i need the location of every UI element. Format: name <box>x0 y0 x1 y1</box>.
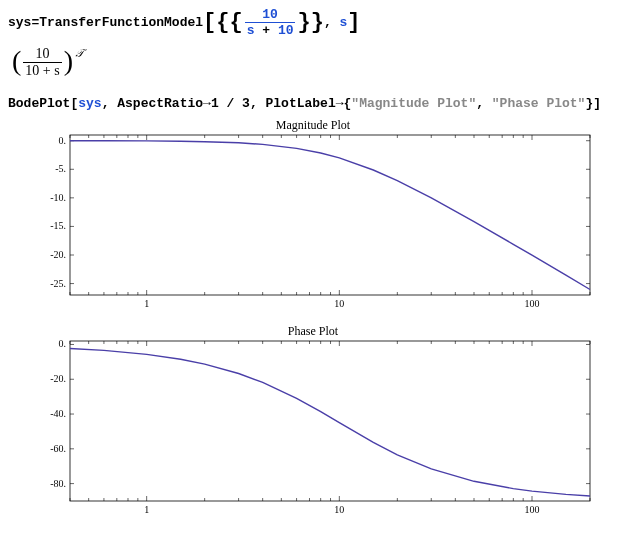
ytick-label: -15. <box>50 220 66 231</box>
ytick-label: 0. <box>59 338 67 349</box>
bode-output: Magnitude Plot0.-5.-10.-15.-20.-25.11010… <box>28 117 611 523</box>
xtick-label: 100 <box>525 298 540 309</box>
close-brace-icon: } <box>297 10 310 35</box>
ytick-label: -10. <box>50 192 66 203</box>
ytick-label: -25. <box>50 278 66 289</box>
opt-key: PlotLabel <box>266 96 336 111</box>
xtick-label: 10 <box>334 504 344 515</box>
open-brace-icon: { <box>229 10 242 35</box>
ytick-label: -20. <box>50 373 66 384</box>
close-brace-icon: } <box>311 10 324 35</box>
xtick-label: 1 <box>144 298 149 309</box>
output-cell-1: ( 10 10 + s ) 𝒯 <box>12 47 611 78</box>
close-bracket-icon: ] <box>593 96 601 111</box>
xtick-label: 1 <box>144 504 149 515</box>
code-fn: BodePlot <box>8 96 70 111</box>
curve-magnitude <box>70 141 590 290</box>
xtick-label: 100 <box>525 504 540 515</box>
close-paren-icon: ) <box>64 47 73 75</box>
plot-frame <box>70 341 590 501</box>
open-brace-icon: { <box>216 10 229 35</box>
den-op: + <box>254 23 277 38</box>
comma: , <box>102 96 118 111</box>
ytick-label: -20. <box>50 249 66 260</box>
frac-den: 10 + s <box>23 62 61 78</box>
code-lhs: sys <box>8 15 31 30</box>
code-arg: sys <box>78 96 101 111</box>
magnitude-plot: Magnitude Plot0.-5.-10.-15.-20.-25.11010… <box>28 117 598 317</box>
ytick-label: -60. <box>50 443 66 454</box>
ytick-label: -80. <box>50 478 66 489</box>
ytick-label: -5. <box>55 163 66 174</box>
frac-den: s + 10 <box>245 22 296 37</box>
opt-val: 1 / 3 <box>211 96 250 111</box>
superscript: 𝒯 <box>75 47 82 60</box>
open-bracket-icon: [ <box>203 10 216 35</box>
phase-plot: Phase Plot0.-20.-40.-60.-80.110100 <box>28 323 598 523</box>
arrow-icon: → <box>336 96 344 111</box>
string-literal: "Magnitude Plot" <box>351 96 476 111</box>
ytick-label: 0. <box>59 135 67 146</box>
input-cell-1: sys = TransferFunctionModel [ { { 10 s +… <box>8 8 611 37</box>
xtick-label: 10 <box>334 298 344 309</box>
opt-key: AspectRatio <box>117 96 203 111</box>
plot-title: Phase Plot <box>288 324 339 338</box>
code-var: s <box>340 15 348 30</box>
close-bracket-icon: ] <box>347 10 360 35</box>
open-brace-icon: { <box>344 96 352 111</box>
plot-title: Magnitude Plot <box>276 118 351 132</box>
comma: , <box>250 96 266 111</box>
fraction: 10 s + 10 <box>245 8 296 37</box>
code-eq: = <box>31 15 39 30</box>
ytick-label: -40. <box>50 408 66 419</box>
comma: , <box>324 15 340 30</box>
open-paren-icon: ( <box>12 47 21 75</box>
arrow-icon: → <box>203 96 211 111</box>
string-literal: "Phase Plot" <box>492 96 586 111</box>
curve-phase <box>70 349 590 497</box>
close-brace-icon: } <box>585 96 593 111</box>
comma: , <box>476 96 492 111</box>
den-b: 10 <box>278 23 294 38</box>
frac-num: 10 <box>34 47 52 62</box>
code-fn: TransferFunctionModel <box>39 15 203 30</box>
plot-frame <box>70 135 590 295</box>
fraction-output: 10 10 + s <box>23 47 61 78</box>
open-bracket-icon: [ <box>70 96 78 111</box>
frac-num: 10 <box>260 8 280 22</box>
input-cell-2: BodePlot [ sys , AspectRatio → 1 / 3 , P… <box>8 96 611 111</box>
